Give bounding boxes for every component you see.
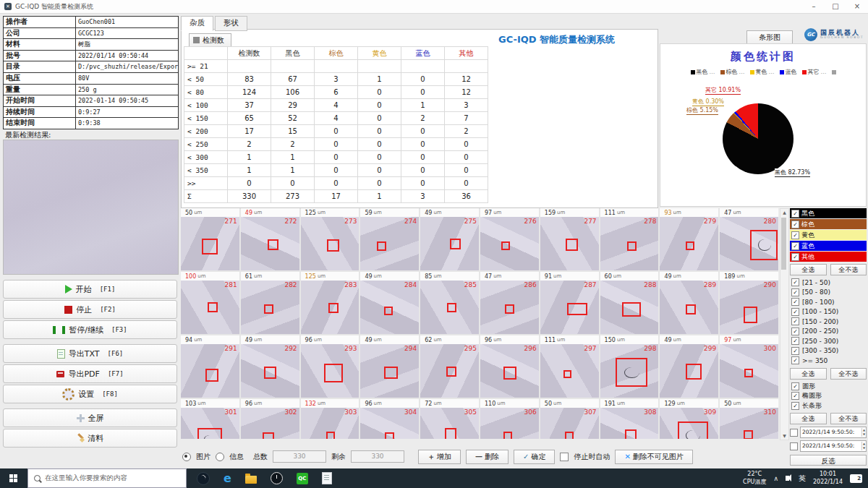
grid-cell[interactable]: 159um277 <box>540 208 599 270</box>
shape-filter-长条形[interactable]: ✓长条形 <box>790 401 867 411</box>
spin-down-icon[interactable]: ▼ <box>863 432 865 437</box>
clock-datetime[interactable]: 10:01 2022/1/14 <box>813 471 843 486</box>
cell-image[interactable]: 305 <box>420 408 479 439</box>
checkbox-checked-icon[interactable]: ✓ <box>791 210 799 218</box>
grid-cell[interactable]: 150um298 <box>600 335 659 398</box>
cell-image[interactable]: 275 <box>420 217 479 270</box>
action-button-1[interactable]: 开始[F1] <box>3 280 177 299</box>
cell-image[interactable]: 277 <box>540 217 599 270</box>
checkbox-checked-icon[interactable]: ✓ <box>791 347 799 355</box>
cell-image[interactable]: 281 <box>181 281 239 334</box>
action-button-7[interactable]: 全屏 <box>3 408 177 427</box>
grid-cell[interactable]: 49um292 <box>241 335 299 398</box>
datetime-input[interactable]: 2022/1/14 9:50:50:▲▼ <box>800 427 867 438</box>
cell-image[interactable]: 302 <box>241 408 299 439</box>
select-none-button[interactable]: 全不选 <box>830 413 867 424</box>
delete-button[interactable]: — 删除 <box>466 450 509 464</box>
checkbox-unchecked[interactable] <box>790 429 798 437</box>
grid-cell[interactable]: 97um300 <box>720 335 778 398</box>
confirm-button[interactable]: ✓ 确定 <box>514 450 555 464</box>
notepad-icon[interactable] <box>322 472 332 484</box>
cell-image[interactable]: 310 <box>720 408 778 439</box>
weather-icon[interactable] <box>197 472 210 485</box>
bar-chart-button[interactable]: 条形图 <box>746 30 793 45</box>
checkbox-checked-icon[interactable]: ✓ <box>791 298 799 306</box>
auto-stop-checkbox[interactable] <box>560 453 569 461</box>
cell-image[interactable]: 288 <box>600 281 659 334</box>
grid-cell[interactable]: 60um288 <box>600 272 659 334</box>
grid-cell[interactable]: 189um290 <box>720 272 778 334</box>
checkbox-checked-icon[interactable]: ✓ <box>791 221 799 228</box>
grid-cell[interactable]: 96um293 <box>301 335 359 398</box>
edge-icon[interactable]: e <box>224 473 231 484</box>
checkbox-checked-icon[interactable]: ✓ <box>791 317 799 325</box>
checkbox-checked-icon[interactable]: ✓ <box>791 382 799 390</box>
action-button-4[interactable]: 导出TXT[F6] <box>3 344 177 363</box>
grid-cell[interactable]: 96um304 <box>360 399 419 439</box>
cell-image[interactable]: 304 <box>360 408 419 439</box>
range-filter[interactable]: ✓[250 - 300) <box>790 336 867 346</box>
color-filter-其他[interactable]: ✓其他 <box>790 252 867 262</box>
grid-cell[interactable]: 125um273 <box>301 208 359 270</box>
cell-image[interactable]: 286 <box>480 281 539 334</box>
remain-input[interactable]: 330 <box>351 450 404 463</box>
cell-image[interactable]: 306 <box>480 408 539 439</box>
action-button-8[interactable]: 清料 <box>3 429 177 448</box>
add-button[interactable]: ＋ 增加 <box>418 450 461 464</box>
cell-image[interactable]: 287 <box>540 281 599 334</box>
grid-cell[interactable]: 132um303 <box>301 399 359 439</box>
cell-image[interactable]: 303 <box>301 408 359 439</box>
checkbox-checked-icon[interactable]: ✓ <box>791 402 799 410</box>
action-button-3[interactable]: 暂停/继续[F3] <box>3 320 177 339</box>
checkbox-checked-icon[interactable]: ✓ <box>791 288 799 296</box>
range-filter[interactable]: ✓[200 - 250) <box>790 327 867 337</box>
cell-image[interactable]: 278 <box>600 217 659 270</box>
cell-image[interactable]: 283 <box>301 281 359 334</box>
select-all-button[interactable]: 全选 <box>790 264 827 275</box>
action-button-2[interactable]: 停止[F2] <box>3 300 177 319</box>
grid-cell[interactable]: 111um278 <box>600 208 659 270</box>
grid-cell[interactable]: 103um301 <box>181 399 239 439</box>
grid-cell[interactable]: 129um309 <box>660 399 718 439</box>
spin-down-icon[interactable]: ▼ <box>863 446 865 450</box>
spinner-icon[interactable]: ▲▼ <box>861 442 866 450</box>
color-filter-黄色[interactable]: ✓黄色 <box>790 230 867 240</box>
shape-filter-圆形[interactable]: ✓圆形 <box>790 382 867 392</box>
range-filter[interactable]: ✓[100 - 150) <box>790 307 867 317</box>
range-filter[interactable]: ✓[80 - 100) <box>790 297 867 307</box>
action-button-6[interactable]: 设置[F8] <box>3 385 177 403</box>
cell-image[interactable]: 309 <box>660 408 718 439</box>
start-button[interactable] <box>0 468 27 488</box>
scroll-down-icon[interactable]: ▼ <box>780 432 788 440</box>
notification-icon[interactable]: 2 <box>850 474 862 483</box>
checkbox-checked-icon[interactable]: ✓ <box>791 278 799 286</box>
maximize-button[interactable]: □ <box>825 0 846 13</box>
select-all-button[interactable]: 全选 <box>790 368 827 380</box>
checkbox-checked-icon[interactable]: ✓ <box>791 231 799 239</box>
cell-image[interactable]: 276 <box>480 217 539 270</box>
cell-image[interactable]: 273 <box>301 217 359 270</box>
checkbox-checked-icon[interactable]: ✓ <box>791 242 799 250</box>
cell-image[interactable]: 271 <box>181 217 239 270</box>
grid-cell[interactable]: 50um310 <box>720 399 778 439</box>
grid-cell[interactable]: 97um276 <box>480 208 539 270</box>
cell-image[interactable]: 272 <box>241 217 299 270</box>
cell-image[interactable]: 289 <box>660 281 718 334</box>
checkbox-unchecked[interactable] <box>790 442 798 450</box>
cell-image[interactable]: 279 <box>660 217 718 270</box>
scroll-thumb[interactable] <box>781 218 786 270</box>
color-filter-棕色[interactable]: ✓棕色 <box>790 219 867 229</box>
grid-cell[interactable]: 47um286 <box>480 272 539 334</box>
grid-cell[interactable]: 91um287 <box>540 272 599 334</box>
cell-image[interactable]: 296 <box>480 344 539 398</box>
range-filter[interactable]: ✓[50 - 80) <box>790 288 867 298</box>
cell-image[interactable]: 294 <box>360 344 419 398</box>
spinner-icon[interactable]: ▲▼ <box>861 428 866 437</box>
cell-image[interactable]: 291 <box>181 344 239 398</box>
grid-cell[interactable]: 47um280 <box>720 208 778 270</box>
delete-invisible-button[interactable]: ✕ 删除不可见图片 <box>615 450 692 464</box>
cell-image[interactable]: 280 <box>720 217 778 270</box>
file-explorer-icon[interactable] <box>245 476 257 484</box>
select-none-button[interactable]: 全不选 <box>830 368 867 380</box>
cell-image[interactable]: 307 <box>540 408 599 439</box>
